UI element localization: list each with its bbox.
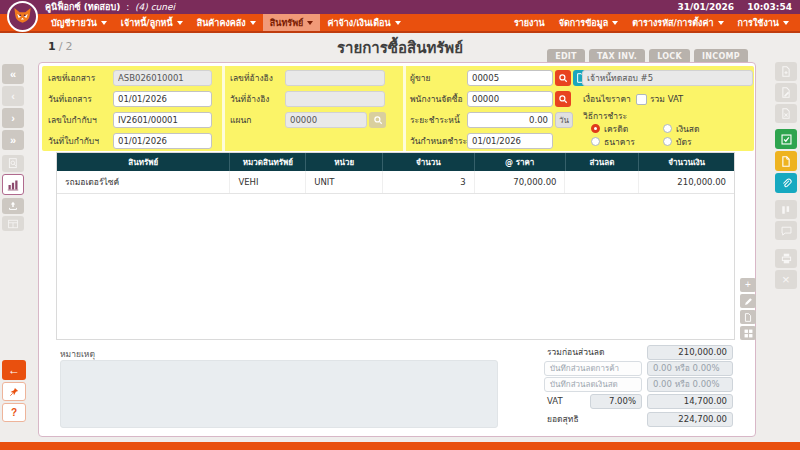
print-button[interactable] [775, 249, 797, 268]
purchase-officer-search-button[interactable] [555, 91, 571, 107]
delete-document-button[interactable] [775, 104, 797, 123]
purchase-officer-label: พนักงานจัดซื้อ [410, 91, 463, 107]
nav-last-button[interactable]: » [2, 130, 24, 150]
table-row[interactable]: รถมอเตอร์ไซค์ VEHI UNIT 3 70,000.00 210,… [57, 171, 734, 194]
close-button[interactable]: × [775, 270, 797, 289]
search-icon [558, 94, 568, 104]
nav-prev-button[interactable]: ‹ [2, 86, 24, 106]
column-header-unit: หน่วย [306, 153, 383, 171]
vendor-search-button[interactable] [555, 70, 571, 86]
comment-button[interactable] [775, 221, 797, 240]
menu-inventory[interactable]: สินค้าคงคลัง [190, 14, 263, 31]
row-action-buttons: + [740, 278, 756, 340]
edit-row-button[interactable] [740, 294, 756, 308]
menu-payroll[interactable]: ค่าจ้าง/เงินเดือน [320, 14, 407, 31]
department-label: แผนก [230, 112, 251, 128]
edit-document-button[interactable] [775, 83, 797, 102]
file-icon [781, 156, 791, 167]
purchase-officer-input[interactable] [467, 91, 553, 107]
payment-cash-radio[interactable] [663, 124, 672, 133]
menu-daily-journal[interactable]: บัญชีรายวัน [44, 14, 114, 31]
nav-first-button[interactable]: « [2, 64, 24, 84]
payment-credit-radio[interactable] [591, 124, 600, 133]
journal-button[interactable] [775, 200, 797, 219]
current-date: 31/01/2026 [677, 2, 734, 12]
table-icon [8, 219, 18, 229]
ref-date-label: วันที่อ้างอิง [230, 91, 269, 107]
grid-row-button[interactable] [740, 326, 756, 340]
ref-date-input [285, 91, 385, 107]
upload-button[interactable] [2, 198, 24, 214]
pencil-icon [744, 297, 753, 306]
previous-record-icon: ‹ [11, 91, 15, 102]
menu-left: บัญชีรายวัน เจ้าหนี้/ลูกหนี้ สินค้าคงคลั… [44, 14, 408, 31]
approve-button[interactable] [775, 129, 797, 149]
column-header-asset-category: หมวดสินทรัพย์ [230, 153, 306, 171]
menu-label: เจ้าหนี้/ลูกหนี้ [121, 16, 173, 30]
chevron-down-icon [250, 21, 256, 25]
preview-button[interactable] [2, 155, 24, 172]
document-file-button[interactable] [775, 151, 797, 171]
pin-button[interactable] [2, 382, 26, 401]
tax-invoice-date-input[interactable] [113, 133, 212, 149]
cash-discount-value: 0.00 หรือ 0.00% [647, 377, 733, 392]
column-header-amount: จำนวนเงิน [639, 153, 734, 171]
gross-total-value: 210,000.00 [647, 345, 733, 360]
close-icon: × [782, 272, 790, 287]
ref-no-input [285, 70, 385, 86]
net-total-value: 224,700.00 [647, 412, 733, 427]
gross-total-label: รวมก่อนส่วนลด [547, 345, 605, 360]
tax-invoice-no-input[interactable] [113, 112, 212, 128]
trade-discount-value: 0.00 หรือ 0.00% [647, 361, 733, 376]
vendor-code-input[interactable] [467, 70, 553, 86]
last-record-icon: » [10, 135, 16, 146]
new-document-button[interactable] [775, 62, 797, 81]
chevron-down-icon [307, 21, 313, 25]
payment-bank-radio[interactable] [591, 137, 600, 146]
add-row-button[interactable]: + [740, 278, 756, 292]
menu-label: สินทรัพย์ [270, 16, 304, 30]
footer-bar [0, 442, 800, 450]
credit-term-input[interactable] [467, 112, 553, 128]
column-header-asset: สินทรัพย์ [57, 153, 230, 171]
vendor-label: ผู้ขาย [410, 70, 431, 86]
payment-card-radio[interactable] [663, 137, 672, 146]
menu-codes-settings[interactable]: ตารางรหัส/การตั้งค่า [625, 14, 730, 31]
vendor-name-field [582, 70, 753, 86]
grid-icon [744, 329, 753, 338]
app-name: คูนิฟ็อกซ์ (ทดสอบ) [45, 2, 120, 12]
menu-label: ค่าจ้าง/เงินเดือน [327, 16, 390, 30]
file-x-icon [781, 108, 791, 119]
due-date-input[interactable] [467, 133, 553, 149]
form-divider [403, 66, 406, 151]
menu-reports[interactable]: รายงาน [507, 14, 552, 31]
menu-payable-receivable[interactable]: เจ้าหนี้/ลูกหนี้ [114, 14, 190, 31]
notes-textarea[interactable] [60, 360, 498, 428]
fox-icon [11, 5, 34, 28]
attachment-button[interactable] [775, 173, 797, 193]
vat-included-checkbox[interactable] [636, 94, 647, 105]
department-search-button[interactable] [369, 112, 386, 128]
cell-asset-category: VEHI [230, 171, 306, 193]
clear-row-button[interactable] [740, 310, 756, 324]
menu-assets[interactable]: สินทรัพย์ [263, 14, 321, 31]
blank-page-icon [744, 313, 752, 322]
trade-discount-label[interactable]: บันทึกส่วนลดการค้า [544, 361, 642, 376]
department-input [285, 112, 367, 128]
pin-icon [9, 387, 19, 397]
menu-label: บัญชีรายวัน [51, 16, 97, 30]
menu-data-management[interactable]: จัดการข้อมูล [552, 14, 625, 31]
nav-next-button[interactable]: › [2, 108, 24, 128]
file-plus-icon [781, 66, 791, 77]
vat-included-label: รวม VAT [650, 91, 683, 107]
back-button[interactable]: ← [2, 360, 26, 380]
chart-button[interactable] [2, 174, 24, 195]
comment-icon [781, 226, 792, 236]
menu-label: ตารางรหัส/การตั้งค่า [632, 16, 713, 30]
doc-date-input[interactable] [113, 91, 212, 107]
cash-discount-label[interactable]: บันทึกส่วนลดเงินสด [544, 377, 642, 392]
help-button[interactable]: ? [2, 403, 26, 422]
menu-usage[interactable]: การใช้งาน [731, 14, 796, 31]
ref-no-label: เลขที่อ้างอิง [230, 70, 273, 86]
table-view-button[interactable] [2, 216, 24, 231]
